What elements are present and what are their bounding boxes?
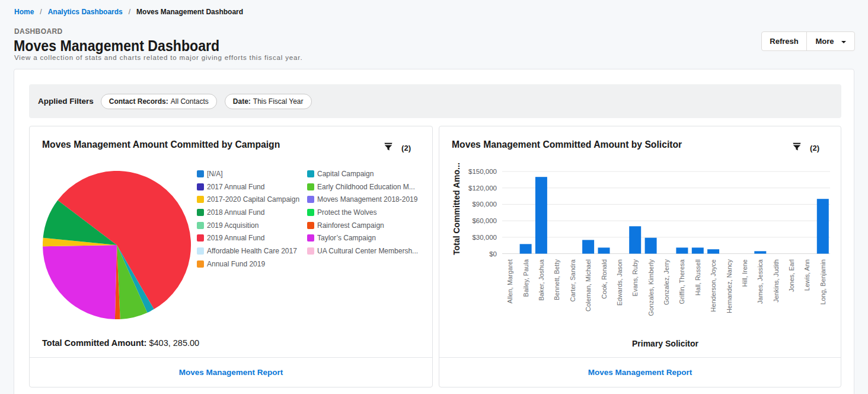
- svg-text:Lewis, Ann: Lewis, Ann: [803, 259, 810, 291]
- svg-text:Baker, Joshua: Baker, Joshua: [538, 259, 545, 301]
- svg-text:Total Committed Amo...: Total Committed Amo...: [452, 163, 461, 255]
- svg-text:Evans, Ruby: Evans, Ruby: [631, 259, 639, 297]
- svg-text:Cook, Ronald: Cook, Ronald: [601, 259, 608, 299]
- svg-text:Long, Benjamin: Long, Benjamin: [819, 259, 826, 304]
- svg-text:Griffin, Theresa: Griffin, Theresa: [678, 259, 685, 304]
- svg-text:Coleman, Michael: Coleman, Michael: [585, 259, 592, 312]
- svg-text:$0: $0: [489, 250, 497, 258]
- svg-text:Gonzalez, Jerry: Gonzalez, Jerry: [663, 259, 670, 306]
- svg-text:Hall, Russell: Hall, Russell: [694, 259, 701, 296]
- svg-text:Allen, Margaret: Allen, Margaret: [506, 259, 513, 304]
- svg-text:Hill, Irene: Hill, Irene: [741, 259, 748, 287]
- svg-text:Gonzales, Kimberly: Gonzales, Kimberly: [647, 259, 655, 316]
- svg-text:Hernandez, Nancy: Hernandez, Nancy: [726, 259, 733, 314]
- svg-text:$30,000: $30,000: [472, 234, 497, 241]
- svg-text:$60,000: $60,000: [472, 217, 497, 224]
- svg-text:Carter, Sandra: Carter, Sandra: [569, 259, 576, 301]
- svg-text:$90,000: $90,000: [472, 201, 497, 208]
- svg-text:Bennett, Betty: Bennett, Betty: [553, 259, 560, 301]
- svg-text:James, Jessica: James, Jessica: [757, 259, 764, 304]
- svg-text:Henderson, Joyce: Henderson, Joyce: [710, 259, 717, 312]
- svg-text:Jones, Earl: Jones, Earl: [788, 259, 795, 292]
- svg-text:$150,000: $150,000: [468, 168, 497, 175]
- svg-text:Jenkins, Judith: Jenkins, Judith: [773, 259, 780, 303]
- svg-text:Primary Solicitor: Primary Solicitor: [632, 339, 699, 348]
- svg-text:Bailey, Paula: Bailey, Paula: [522, 259, 529, 297]
- svg-text:Edwards, Jason: Edwards, Jason: [616, 259, 623, 306]
- svg-text:$120,000: $120,000: [468, 185, 497, 192]
